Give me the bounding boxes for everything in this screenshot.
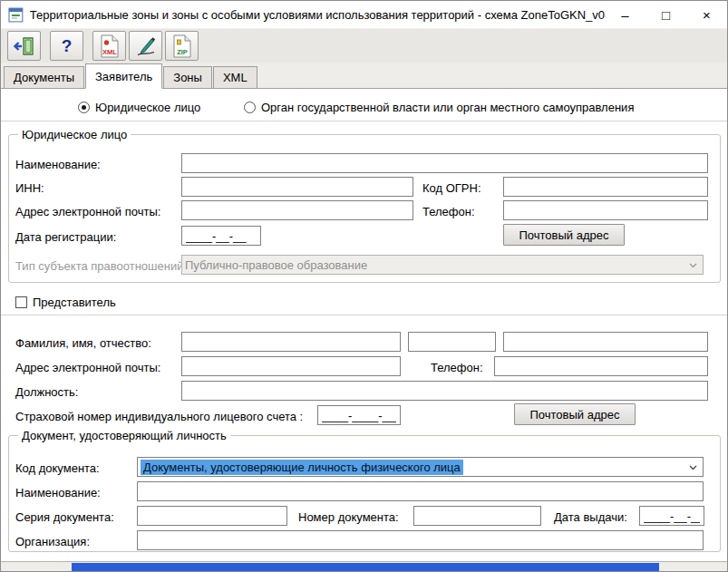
- subject-type-value: Публично-правовое образование: [185, 258, 367, 272]
- tab-applicant[interactable]: Заявитель: [85, 63, 162, 89]
- export-zip-button[interactable]: ZIP: [165, 31, 199, 61]
- close-button[interactable]: ×: [686, 1, 727, 28]
- app-window: Территориальные зоны и зоны с особыми ус…: [0, 0, 728, 572]
- legal-phone-input[interactable]: [503, 200, 708, 220]
- position-input[interactable]: [181, 381, 708, 401]
- radio-legal-entity-label: Юридическое лицо: [95, 101, 200, 114]
- doc-series-input[interactable]: [137, 506, 287, 526]
- subject-type-combo: Публично-правовое образование: [181, 255, 704, 275]
- doc-series-label: Серия документа:: [15, 510, 114, 524]
- issue-date-label: Дата выдачи:: [554, 510, 627, 524]
- legal-email-label: Адрес электронной почты:: [15, 205, 160, 218]
- doc-code-selected-value: Документы, удостоверяющие личность физич…: [141, 460, 463, 475]
- help-button[interactable]: ?: [50, 31, 83, 61]
- applicant-tab-page: Юридическое лицо Орган государственной в…: [1, 88, 727, 563]
- exit-button[interactable]: [7, 31, 41, 61]
- exit-door-icon: [13, 35, 36, 57]
- subject-type-label: Тип субъекта правоотношений:: [15, 259, 187, 273]
- radio-selected-icon: [78, 102, 90, 113]
- identity-doc-group-title: Документ, удостоверяющий личность: [18, 429, 230, 442]
- legal-name-input[interactable]: [181, 153, 708, 173]
- legal-email-input[interactable]: [181, 200, 413, 220]
- checkbox-unchecked-icon: [15, 296, 27, 308]
- tab-zones[interactable]: Зоны: [163, 66, 212, 88]
- window-title: Территориальные зоны и зоны с особыми ус…: [30, 8, 605, 22]
- doc-number-input[interactable]: [413, 506, 541, 526]
- representative-checkbox[interactable]: Представитель: [15, 294, 116, 310]
- help-icon: ?: [62, 36, 73, 56]
- issue-date-input[interactable]: [639, 506, 704, 526]
- tab-documents[interactable]: Документы: [4, 66, 84, 88]
- fio-name-input[interactable]: [408, 332, 496, 352]
- sign-button[interactable]: [129, 31, 162, 61]
- position-label: Должность:: [15, 385, 78, 399]
- radio-government-body[interactable]: Орган государственной власти или орган м…: [244, 99, 634, 115]
- maximize-button[interactable]: □: [645, 1, 686, 28]
- export-xml-button[interactable]: XML: [92, 31, 126, 61]
- snils-input[interactable]: [317, 405, 401, 425]
- doc-name-input[interactable]: [137, 481, 704, 501]
- snils-label: Страховой номер индивидуального лицевого…: [15, 410, 303, 423]
- window-controls: – □ ×: [605, 1, 727, 28]
- chevron-down-icon: [689, 263, 697, 268]
- tab-xml[interactable]: XML: [213, 66, 257, 88]
- radio-legal-entity[interactable]: Юридическое лицо: [78, 99, 200, 115]
- separator: [1, 121, 727, 122]
- svg-text:XML: XML: [102, 48, 117, 56]
- app-icon: [8, 7, 24, 23]
- radio-unselected-icon: [244, 102, 256, 113]
- legal-entity-group-title: Юридическое лицо: [18, 128, 131, 141]
- doc-number-label: Номер документа:: [298, 510, 399, 524]
- minimize-button[interactable]: –: [605, 1, 645, 28]
- svg-text:ZIP: ZIP: [177, 48, 188, 56]
- legal-name-label: Наименование:: [15, 158, 101, 171]
- chevron-down-icon: [689, 465, 697, 470]
- postal-address-button-representative[interactable]: Почтовый адрес: [514, 403, 636, 425]
- rep-phone-input[interactable]: [494, 356, 708, 376]
- representative-checkbox-label: Представитель: [33, 296, 116, 309]
- tab-strip: Документы Заявитель Зоны XML: [1, 63, 727, 88]
- inn-label: ИНН:: [15, 181, 44, 195]
- toolbar: ? XML ZIP: [1, 28, 727, 63]
- reg-date-input[interactable]: [181, 226, 261, 246]
- ogrn-label: Код ОГРН:: [422, 181, 481, 195]
- separator: [1, 315, 727, 316]
- radio-government-body-label: Орган государственной власти или орган м…: [261, 101, 634, 114]
- postal-address-button-legal[interactable]: Почтовый адрес: [503, 224, 625, 246]
- rep-phone-label: Телефон:: [431, 361, 483, 374]
- fio-surname-input[interactable]: [181, 332, 401, 352]
- organization-input[interactable]: [137, 530, 704, 550]
- fio-patronymic-input[interactable]: [503, 332, 708, 352]
- rep-email-label: Адрес электронной почты:: [15, 361, 160, 374]
- zip-document-icon: ZIP: [172, 34, 192, 58]
- doc-code-label: Код документа:: [15, 461, 100, 475]
- ogrn-input[interactable]: [503, 177, 708, 197]
- inn-input[interactable]: [181, 177, 413, 197]
- doc-name-label: Наименование:: [15, 486, 101, 499]
- signature-pen-icon: [135, 35, 157, 57]
- xml-document-icon: XML: [100, 34, 120, 58]
- doc-code-combo[interactable]: Документы, удостоверяющие личность физич…: [137, 457, 704, 477]
- bottom-bar: [1, 561, 727, 571]
- title-bar: Территориальные зоны и зоны с особыми ус…: [1, 1, 727, 28]
- organization-label: Организация:: [15, 535, 90, 548]
- reg-date-label: Дата регистрации:: [15, 230, 116, 244]
- rep-email-input[interactable]: [181, 356, 401, 376]
- legal-phone-label: Телефон:: [422, 205, 475, 218]
- bottom-bar-blue-strip: [72, 563, 659, 571]
- fio-label: Фамилия, имя, отчество:: [15, 336, 151, 350]
